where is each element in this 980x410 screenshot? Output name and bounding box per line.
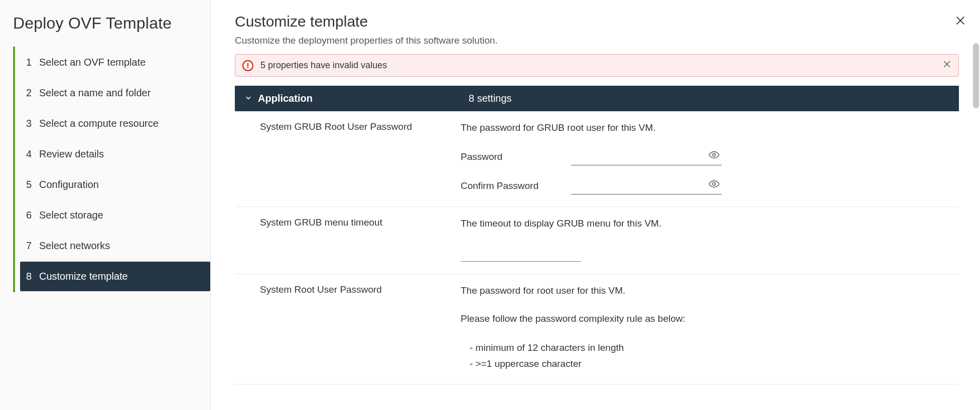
confirm-password-pair: Confirm Password xyxy=(461,177,949,194)
wizard-sidebar: Deploy OVF Template 1 Select an OVF temp… xyxy=(0,0,211,410)
password-pair: Password xyxy=(461,148,949,165)
field-body: The timeout to display GRUB menu for thi… xyxy=(461,216,949,261)
wizard-step-8[interactable]: 8 Customize template xyxy=(20,262,210,291)
field-label: System Root User Password xyxy=(260,283,461,372)
step-label: Select an OVF template xyxy=(39,57,146,68)
step-number: 2 xyxy=(26,87,39,99)
row-root-password: System Root User Password The password f… xyxy=(235,274,959,384)
page-title: Customize template xyxy=(235,13,959,30)
main-content: Customize template Customize the deploym… xyxy=(211,0,980,410)
timeout-input-wrap xyxy=(461,245,581,262)
confirm-password-input-wrap xyxy=(571,177,722,194)
password-label: Password xyxy=(461,151,556,162)
field-label: System GRUB Root User Password xyxy=(260,120,461,194)
step-number: 4 xyxy=(26,148,39,160)
wizard-step-6[interactable]: 6 Select storage xyxy=(20,200,210,230)
step-label: Customize template xyxy=(39,271,128,282)
error-icon: ! xyxy=(242,60,253,71)
section-header-application[interactable]: Application 8 settings xyxy=(235,86,959,111)
row-grub-menu-timeout: System GRUB menu timeout The timeout to … xyxy=(235,207,959,274)
grub-confirm-password-input[interactable] xyxy=(571,177,722,194)
grub-password-input[interactable] xyxy=(571,148,722,165)
password-rules: minimum of 12 characters in length >=1 u… xyxy=(461,340,949,372)
wizard-step-3[interactable]: 3 Select a compute resource xyxy=(20,109,210,138)
step-label: Review details xyxy=(39,148,104,160)
wizard-step-2[interactable]: 2 Select a name and folder xyxy=(20,78,210,108)
wizard-step-7[interactable]: 7 Select networks xyxy=(20,231,210,261)
close-icon[interactable] xyxy=(955,15,966,28)
step-label: Select a compute resource xyxy=(39,118,159,129)
field-label: System GRUB menu timeout xyxy=(260,216,461,261)
alert-close-icon[interactable] xyxy=(942,60,951,71)
section-title: Application xyxy=(258,93,469,104)
eye-icon[interactable] xyxy=(709,150,720,161)
wizard-step-4[interactable]: 4 Review details xyxy=(20,139,210,169)
field-description: The timeout to display GRUB menu for thi… xyxy=(461,216,949,231)
row-grub-root-password: System GRUB Root User Password The passw… xyxy=(235,111,959,207)
field-description: The password for GRUB root user for this… xyxy=(461,120,949,135)
step-number: 1 xyxy=(26,57,39,68)
svg-point-5 xyxy=(713,183,716,186)
step-number: 6 xyxy=(26,210,39,221)
step-number: 8 xyxy=(26,271,39,282)
section-count: 8 settings xyxy=(469,93,512,104)
field-body: The password for root user for this VM. … xyxy=(461,283,949,372)
grub-timeout-input[interactable] xyxy=(461,245,581,262)
wizard-step-1[interactable]: 1 Select an OVF template xyxy=(20,48,210,77)
field-description-b: Please follow the password complexity ru… xyxy=(461,311,949,326)
eye-icon[interactable] xyxy=(709,179,720,190)
validation-alert: ! 5 properties have invalid values xyxy=(235,54,959,77)
wizard-title: Deploy OVF Template xyxy=(13,14,210,33)
chevron-down-icon xyxy=(245,94,252,103)
alert-text: 5 properties have invalid values xyxy=(260,60,935,71)
step-number: 7 xyxy=(26,240,39,252)
confirm-password-label: Confirm Password xyxy=(461,180,556,191)
password-rule: >=1 uppercase character xyxy=(470,356,949,372)
step-label: Configuration xyxy=(39,179,99,190)
scrollbar-thumb[interactable] xyxy=(973,43,979,108)
page-subtitle: Customize the deployment properties of t… xyxy=(235,35,959,46)
scrollbar[interactable] xyxy=(973,43,979,407)
step-number: 5 xyxy=(26,179,39,190)
password-rule: minimum of 12 characters in length xyxy=(470,340,949,356)
step-label: Select networks xyxy=(39,240,110,252)
step-label: Select storage xyxy=(39,210,103,221)
step-number: 3 xyxy=(26,118,39,129)
field-body: The password for GRUB root user for this… xyxy=(461,120,949,194)
password-input-wrap xyxy=(571,148,722,165)
field-description-a: The password for root user for this VM. xyxy=(461,283,949,298)
svg-point-4 xyxy=(713,154,716,157)
wizard-step-5[interactable]: 5 Configuration xyxy=(20,170,210,199)
wizard-steps: 1 Select an OVF template 2 Select a name… xyxy=(13,47,210,292)
step-label: Select a name and folder xyxy=(39,87,151,99)
